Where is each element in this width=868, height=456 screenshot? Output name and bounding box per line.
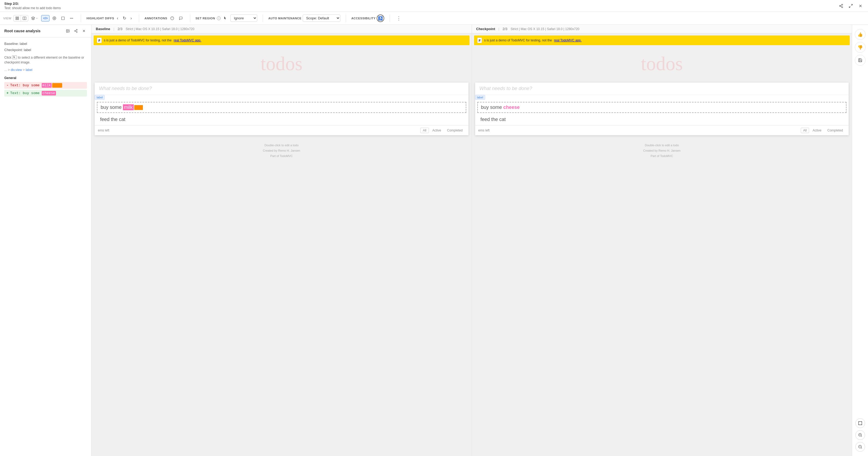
svg-point-29 [76, 31, 78, 33]
more-options-btn[interactable] [68, 15, 75, 22]
baseline-regular-item: feed the cat [95, 114, 468, 125]
baseline-screenshot-footer: Double-click to edit a todo Created by R… [91, 137, 472, 164]
baseline-counter: 2/3 [118, 27, 122, 31]
test-label: Test: should allow me to add todo items [4, 6, 61, 10]
zoom-in-btn[interactable] [855, 430, 865, 440]
checkpoint-footer-note2: Created by Remo H. Jansen [477, 148, 847, 154]
panel-actions [65, 28, 87, 34]
checkpoint-all-btn[interactable]: All [801, 128, 809, 133]
checkpoint-inner: ≠ s is just a demo of TodoMVC for testin… [472, 33, 852, 456]
svg-line-31 [75, 30, 76, 31]
split-view-btn[interactable] [21, 15, 28, 21]
svg-line-3 [841, 6, 842, 7]
cycle-diff-btn[interactable]: ↻ [121, 14, 128, 22]
baseline-meta: Strict | Mac OS X 10.15 | Safari 18.0 | … [126, 27, 194, 31]
share-button[interactable] [838, 3, 844, 9]
baseline-footer: ems left All Active Completed [95, 125, 468, 135]
pointer-btn[interactable] [222, 15, 229, 22]
save-btn[interactable] [855, 55, 866, 66]
set-region-label: SET REGION [196, 17, 215, 20]
checkpoint-header: Checkpoint | 2/3 Strict | Mac OS X 10.15… [472, 25, 852, 33]
panel-screenshot-btn[interactable] [65, 28, 71, 34]
accessibility-label: ACCESSIBILITY [351, 17, 376, 20]
checkpoint-yellow-bar: ≠ s is just a demo of TodoMVC for testin… [474, 35, 850, 45]
checkpoint-screenshot: ≠ s is just a demo of TodoMVC for testin… [472, 33, 852, 456]
checkpoint-selected-item: buy some cheese [477, 102, 847, 113]
svg-point-26 [67, 30, 67, 31]
panel-share-btn[interactable] [73, 28, 79, 34]
baseline-input-area: What needs to be done? [95, 83, 468, 95]
breadcrumb-label: label [26, 68, 32, 72]
removed-diff-row: - Text: buy some milk [4, 82, 87, 89]
svg-rect-12 [18, 19, 19, 20]
baseline-screenshot: ≠ s is just a demo of TodoMVC for testin… [91, 33, 472, 456]
panel-close-btn[interactable] [81, 28, 87, 34]
svg-point-21 [73, 18, 73, 19]
checkpoint-footer-note1: Double-click to edit a todo [477, 143, 847, 148]
svg-point-28 [74, 30, 75, 31]
checkpoint-label-badge: label [475, 95, 485, 100]
checkpoint-footer-left: ems left [478, 129, 490, 132]
baseline-all-btn[interactable]: All [420, 128, 429, 133]
grid-view-btn[interactable] [14, 15, 21, 21]
zoom-fit-btn[interactable] [855, 418, 865, 428]
expand-button[interactable] [847, 3, 854, 9]
scope-dropdown[interactable]: Scope: Default [303, 14, 340, 22]
checkpoint-footer-btns: All Active Completed [801, 128, 845, 133]
layers-btn[interactable] [29, 15, 40, 22]
thumbs-up-btn[interactable]: 👍 [855, 29, 866, 40]
diff-visual-btn[interactable] [51, 15, 58, 22]
svg-rect-10 [18, 17, 19, 18]
info-annotation-btn[interactable] [168, 15, 176, 22]
baseline-active-btn[interactable]: Active [430, 128, 444, 133]
svg-rect-18 [62, 17, 65, 20]
svg-marker-15 [31, 17, 35, 18]
baseline-completed-btn[interactable]: Completed [444, 128, 465, 133]
checkpoint-item-container: label buy some cheese [475, 95, 849, 113]
checkpoint-bg-text: todos [472, 47, 852, 80]
checkpoint-yellow-text: s is just a demo of TodoMVC for testing,… [484, 38, 552, 42]
baseline-item-prefix: buy some milk [101, 105, 143, 110]
checkpoint-yellow-link[interactable]: real TodoMVC app. [554, 38, 582, 42]
breadcrumb: ... > div.view > label [4, 68, 87, 72]
toolbar-more-btn[interactable]: ⋮ [395, 14, 402, 22]
svg-line-6 [849, 6, 850, 7]
checkpoint-name: Checkpoint [476, 27, 495, 31]
general-section: General - Text: buy some milk + Text: bu… [4, 76, 87, 97]
baseline-yellow-link[interactable]: real TodoMVC app. [174, 38, 202, 42]
ignore-dropdown[interactable]: Ignore Content Layout [230, 14, 257, 22]
step-label: Step 2/3: [4, 2, 61, 6]
auto-maintenance-label: AUTO MAINTENANCE [268, 17, 301, 20]
set-region-info-icon[interactable]: i [217, 17, 221, 20]
breadcrumb-view: div.view [11, 68, 22, 72]
svg-line-36 [861, 436, 862, 437]
close-button[interactable] [857, 3, 864, 9]
comment-annotation-btn[interactable] [177, 15, 185, 22]
prev-diff-btn[interactable]: ‹ [115, 15, 120, 22]
action-sidebar: 👍 👎 [852, 25, 868, 456]
checkpoint-completed-btn[interactable]: Completed [825, 128, 845, 133]
baseline-footer-btns: All Active Completed [420, 128, 465, 133]
svg-rect-9 [16, 17, 17, 18]
checkpoint-active-btn[interactable]: Active [810, 128, 824, 133]
code-view-btn[interactable]: </> [41, 15, 50, 22]
baseline-todo-app: What needs to be done? label buy some mi… [95, 83, 468, 135]
added-diff-row: + Text: buy some cheese [4, 90, 87, 97]
annotations-label: ANNOTATIONS [145, 17, 167, 20]
baseline-footer-left: ems left [98, 129, 109, 132]
panel-title: Root cause analysis [4, 29, 41, 33]
svg-point-0 [842, 4, 843, 5]
thumbs-down-btn[interactable]: 👎 [855, 42, 866, 53]
baseline-selected-item: buy some milk [97, 102, 466, 113]
baseline-orange-box [134, 105, 143, 110]
highlight-diffs-section: HIGHLIGHT DIFFS ‹ ↻ › [86, 14, 133, 22]
view-label: VIEW [3, 17, 11, 20]
next-diff-btn[interactable]: › [129, 15, 133, 22]
region-btn[interactable] [59, 15, 67, 22]
cheese-highlight: cheese [42, 91, 56, 95]
zoom-out-btn[interactable] [855, 442, 865, 452]
top-bar-left: Step 2/3: Test: should allow me to add t… [4, 2, 61, 10]
baseline-item-container: label buy some milk [95, 95, 468, 113]
sep5 [346, 14, 346, 22]
checkpoint-cheese-highlight: cheese [503, 105, 520, 110]
